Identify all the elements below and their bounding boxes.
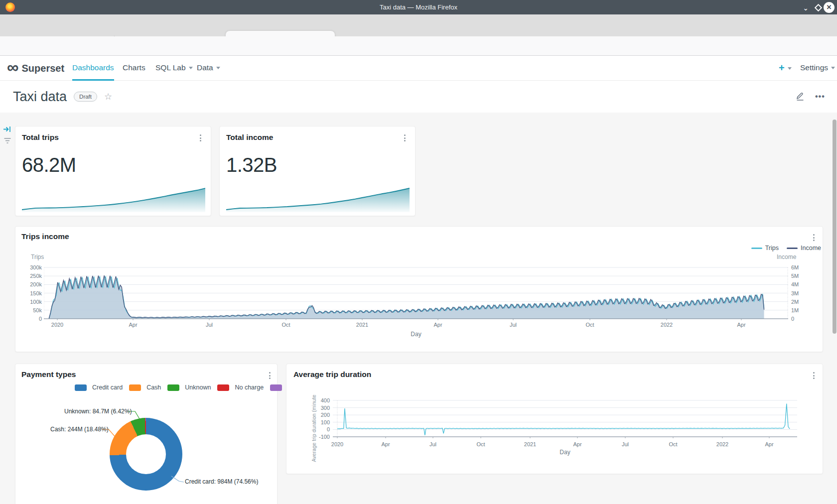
donut-callout-label: Unknown: 84.7M (6.42%) (64, 408, 132, 415)
axis-tick-label: 150k (20, 290, 42, 296)
edit-pencil-icon[interactable] (795, 92, 805, 102)
card-title: Total income (226, 133, 273, 142)
legend-label: Trips (765, 245, 779, 252)
axis-tick-label: Apr (129, 322, 137, 328)
superset-logo-icon: ∞ (7, 60, 19, 75)
axis-tick-label: Apr (737, 322, 745, 328)
nav-item-data[interactable]: Data (197, 56, 220, 81)
nav-item-dashboards[interactable]: Dashboards (72, 56, 114, 81)
axis-tick-label: 2020 (51, 322, 63, 328)
card-menu-kebab-icon[interactable] (401, 133, 408, 142)
more-actions-ellipsis-icon[interactable]: ••• (815, 92, 825, 101)
donut-callout-label: Credit card: 984M (74.56%) (185, 478, 258, 485)
window-titlebar: Taxi data — Mozilla Firefox ⌄ ✕ (0, 0, 837, 14)
axis-tick-label: 2020 (331, 441, 343, 447)
axis-tick-label: 50k (20, 307, 42, 313)
superset-brand-name: Superset (22, 63, 65, 74)
axis-tick-label: Jul (429, 441, 436, 447)
axis-tick-label: 2021 (356, 322, 368, 328)
axis-tick-label: 4M (791, 281, 811, 287)
axis-tick-label: 300 (312, 405, 330, 411)
donut-callout-label: Cash: 244M (18.48%) (50, 426, 109, 433)
nav-item-charts[interactable]: Charts (123, 56, 145, 81)
axis-tick-label: 400 (312, 397, 330, 403)
axis-tick-label: 2022 (716, 441, 728, 447)
kpi-value: 68.2M (22, 154, 76, 176)
axis-tick-label: 5M (791, 273, 811, 279)
axis-tick-label: Jul (510, 322, 517, 328)
dashboard-header (0, 81, 837, 113)
axis-tick-label: Oct (476, 441, 485, 447)
axis-tick-label: Jul (622, 441, 629, 447)
legend-item-trips[interactable]: Trips (751, 245, 779, 252)
kpi-value: 1.32B (226, 154, 277, 176)
chevron-down-icon (189, 67, 193, 69)
axis-tick-label: Oct (585, 322, 594, 328)
trips-income-legend: TripsIncome (751, 245, 821, 252)
nav-label: Settings (800, 63, 828, 72)
browser-window: Taxi data — Mozilla Firefox ⌄ ✕ MinIO Co… (0, 0, 837, 504)
axis-tick-label: 0 (312, 426, 330, 432)
nav-item-sql-lab[interactable]: SQL Lab (155, 56, 193, 81)
dashboard-title-group: Taxi data Draft ☆ (13, 81, 112, 113)
page-title: Taxi data (13, 89, 67, 105)
legend-swatch (787, 248, 798, 249)
trips-income-line-chart (44, 263, 788, 321)
card-title: Average trip duration (293, 370, 371, 379)
legend-swatch (751, 248, 762, 249)
legend-label: Income (801, 245, 821, 252)
card-total-income: Total income 1.32B (219, 126, 416, 216)
axis-tick-label: 300k (20, 264, 42, 270)
total-income-sparkline-chart (226, 184, 410, 212)
favorite-star-icon[interactable]: ☆ (104, 91, 112, 102)
nav-label: Dashboards (72, 63, 114, 72)
axis-tick-label: Oct (669, 441, 677, 447)
axis-tick-label: Oct (281, 322, 290, 328)
x-axis-title: Day (399, 331, 433, 338)
card-menu-kebab-icon[interactable] (810, 371, 817, 380)
window-close-button[interactable]: ✕ (824, 2, 835, 13)
x-axis-title: Day (548, 449, 582, 456)
axis-tick-label: 100 (312, 419, 330, 425)
nav-add-button[interactable]: + (779, 56, 792, 81)
axis-tick-label: 2022 (661, 322, 673, 328)
axis-tick-label: 0 (791, 316, 811, 322)
card-menu-kebab-icon[interactable] (810, 233, 817, 242)
axis-tick-label: 6M (791, 264, 811, 270)
nav-settings-menu[interactable]: Settings (800, 56, 835, 81)
nav-label: SQL Lab (155, 63, 186, 72)
card-title: Total trips (22, 133, 59, 142)
nav-label: Charts (123, 63, 145, 72)
dashboard-header-actions: ••• (795, 81, 825, 113)
filter-funnel-icon[interactable] (3, 137, 12, 144)
legend-item-income[interactable]: Income (787, 245, 821, 252)
axis-tick-label: 2M (791, 299, 811, 305)
card-menu-kebab-icon[interactable] (197, 133, 204, 142)
axis-tick-label: 1M (791, 307, 811, 313)
card-total-trips: Total trips 68.2M (15, 126, 211, 216)
axis-tick-label: 100k (20, 299, 42, 305)
total-trips-sparkline-chart (22, 184, 205, 212)
window-minimize-button[interactable]: ⌄ (800, 3, 811, 14)
right-axis-title: Income (777, 253, 796, 260)
axis-tick-label: 0 (20, 316, 42, 322)
card-title: Trips income (21, 232, 69, 241)
superset-brand[interactable]: ∞ Superset (7, 56, 64, 81)
avg-trip-duration-line-chart (333, 397, 797, 439)
chevron-down-icon (831, 67, 835, 69)
axis-tick-label: Apr (433, 322, 442, 328)
axis-tick-label: 2021 (524, 441, 536, 447)
window-title: Taxi data — Mozilla Firefox (0, 3, 837, 11)
chevron-down-icon (216, 67, 220, 69)
axis-tick-label: 250k (20, 273, 42, 279)
nav-label: Data (197, 63, 213, 72)
axis-tick-label: Apr (765, 441, 773, 447)
axis-tick-label: Apr (573, 441, 581, 447)
plus-icon: + (779, 62, 785, 73)
axis-tick-label: 200k (20, 281, 42, 287)
axis-tick-label: Apr (381, 441, 390, 447)
expand-filter-bar-icon[interactable] (3, 125, 12, 133)
chevron-down-icon (788, 67, 792, 70)
browser-toolbar: ← → 172.18.0.4:32295/superset/dashboard/… (0, 36, 837, 56)
scrollbar-thumb[interactable] (833, 120, 837, 334)
